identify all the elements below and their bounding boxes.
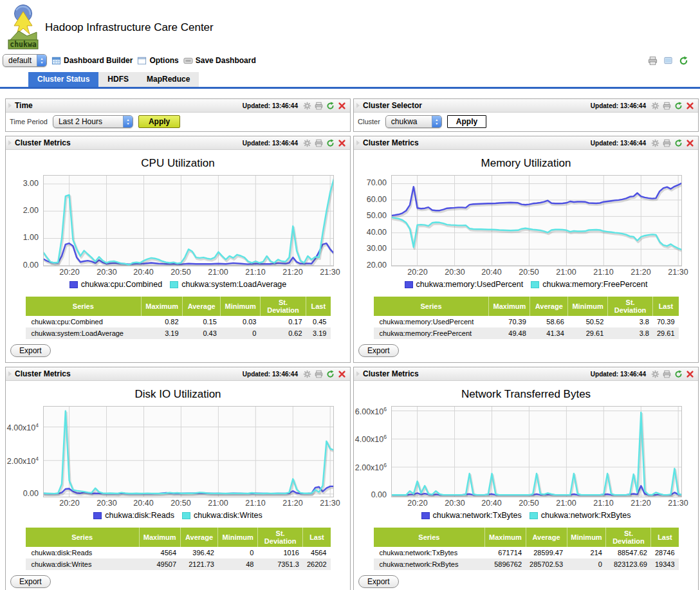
x-axis-tick-label: 20:50 [170,268,190,277]
collapse-arrow-icon[interactable] [356,103,360,108]
print-page-icon[interactable] [648,56,658,66]
print-icon[interactable] [315,370,323,378]
table-row: chukwa:network:TxBytes67171428599.472148… [374,547,679,558]
y-axis-tick-label: 2.00x106 [355,462,387,472]
chart-title: CPU Utilization [6,157,350,170]
series-name-cell: chukwa:memory:FreePercent [374,327,489,339]
chart-plot[interactable] [391,406,682,497]
collapse-arrow-icon[interactable] [8,140,12,145]
metrics-panel-header: Cluster MetricsUpdated: 13:46:44 [354,136,698,150]
stats-column-header: Average [180,528,218,547]
refresh-icon[interactable] [326,370,335,378]
print-icon[interactable] [663,139,671,147]
table-row: chukwa:cpu:Combined0.820.150.030.170.45 [26,316,331,327]
x-axis-tick-label: 20:30 [97,268,116,277]
metrics-panel-header: Cluster MetricsUpdated: 13:46:44 [6,367,350,381]
y-axis-tick-label: 0.00 [371,490,387,499]
table-row: chukwa:system:LoadAverage3.190.4300.623.… [26,327,331,339]
chart-plot[interactable] [43,406,334,497]
export-button[interactable]: Export [10,344,51,357]
y-axis-tick-label: 40.00 [367,228,387,237]
collapse-arrow-icon[interactable] [356,140,360,145]
save-icon [183,56,193,66]
cluster-selector-panel: Cluster Selector Updated: 13:46:44 Clust… [353,98,699,132]
close-icon[interactable] [338,370,346,378]
x-axis-tick-label: 21:30 [668,268,688,277]
table-row: chukwa:memory:FreePercent49.4841.3429.61… [374,327,679,339]
gear-icon[interactable] [651,102,659,110]
export-button[interactable]: Export [10,575,51,588]
time-apply-button[interactable]: Apply [138,115,180,128]
x-axis-tick-label: 21:00 [208,268,228,277]
gear-icon[interactable] [651,139,659,147]
chart-legend: chukwa:memory:UsedPercentchukwa:memory:F… [354,280,698,289]
page: chukwa Hadoop Infrastructure Care Center… [0,0,700,590]
chukwa-logo: chukwa [6,3,41,53]
chart-plot[interactable] [43,175,334,266]
y-axis-tick-label: 0.00 [23,489,39,498]
x-axis-tick-label: 20:40 [133,499,153,508]
x-axis-tick-label: 21:00 [556,268,576,277]
close-icon[interactable] [338,139,346,147]
stats-column-header: Minimum [567,528,606,547]
refresh-icon[interactable] [326,102,335,110]
stats-column-header: St. Deviation [260,297,306,316]
cluster-apply-button[interactable]: Apply [447,115,486,128]
dashboard-view-select[interactable]: default ▲▼ [3,54,47,67]
chart-legend: chukwa:cpu:Combinedchukwa:system:LoadAve… [6,280,350,289]
close-icon[interactable] [686,102,694,110]
print-icon[interactable] [315,102,323,110]
y-axis: 0.001.002.003.00 [6,175,43,266]
tab-cluster-status[interactable]: Cluster Status [28,72,98,87]
stats-column-header: Maximum [489,297,530,316]
export-button[interactable]: Export [358,575,399,588]
dashboard-builder-button[interactable]: Dashboard Builder [51,56,133,66]
tab-hdfs[interactable]: HDFS [98,72,138,87]
refresh-icon[interactable] [674,102,683,110]
collapse-arrow-icon[interactable] [8,103,12,108]
time-period-select-value: Last 2 Hours [53,116,123,127]
x-axis-tick-label: 21:10 [593,268,613,277]
close-icon[interactable] [338,102,346,110]
close-icon[interactable] [686,370,694,378]
close-icon[interactable] [686,139,694,147]
time-panel: Time Updated: 13:46:44 Time Period Last … [5,98,351,132]
print-icon[interactable] [315,139,323,147]
panel-title: Cluster Metrics [363,369,419,378]
gear-icon[interactable] [303,370,311,378]
gear-icon[interactable] [303,102,311,110]
chart-plot[interactable] [391,175,682,266]
x-axis-tick-label: 21:10 [245,499,265,508]
stats-column-header: Average [183,297,221,316]
options-button[interactable]: Options [137,56,178,66]
stats-column-header: Last [651,528,679,547]
stats-table: SeriesMaximumAverageMinimumSt. Deviation… [26,528,331,570]
collapse-arrow-icon[interactable] [8,371,12,376]
gear-icon[interactable] [303,139,311,147]
y-axis-tick-label: 0.00 [23,261,39,270]
print-icon[interactable] [663,102,671,110]
x-axis-tick-label: 21:30 [320,499,340,508]
x-axis-tick-label: 21:10 [245,268,265,277]
updated-timestamp: Updated: 13:46:44 [591,102,646,109]
print-icon[interactable] [663,370,671,378]
export-button[interactable]: Export [358,344,399,357]
tab-mapreduce[interactable]: MapReduce [138,72,199,87]
y-axis-tick-label: 4.00x106 [355,434,387,444]
toolbar: default ▲▼ Dashboard Builder Options Sav… [0,53,700,68]
cluster-select[interactable]: chukwa ▲▼ [385,115,442,128]
time-period-select[interactable]: Last 2 Hours ▲▼ [53,115,133,128]
refresh-page-icon[interactable] [679,56,688,66]
refresh-icon[interactable] [674,139,683,147]
gear-icon[interactable] [651,370,659,378]
x-axis-tick-label: 21:20 [282,268,302,277]
toolbar-right-icons [648,56,697,66]
monitor-icon[interactable] [663,56,673,66]
stats-table: SeriesMaximumAverageMinimumSt. Deviation… [26,297,331,339]
refresh-icon[interactable] [326,139,335,147]
refresh-icon[interactable] [674,370,683,378]
chart-plot-svg [391,406,682,497]
save-dashboard-button[interactable]: Save Dashboard [183,56,256,66]
collapse-arrow-icon[interactable] [356,371,360,376]
legend-label: chukwa:network:RxBytes [541,511,631,520]
